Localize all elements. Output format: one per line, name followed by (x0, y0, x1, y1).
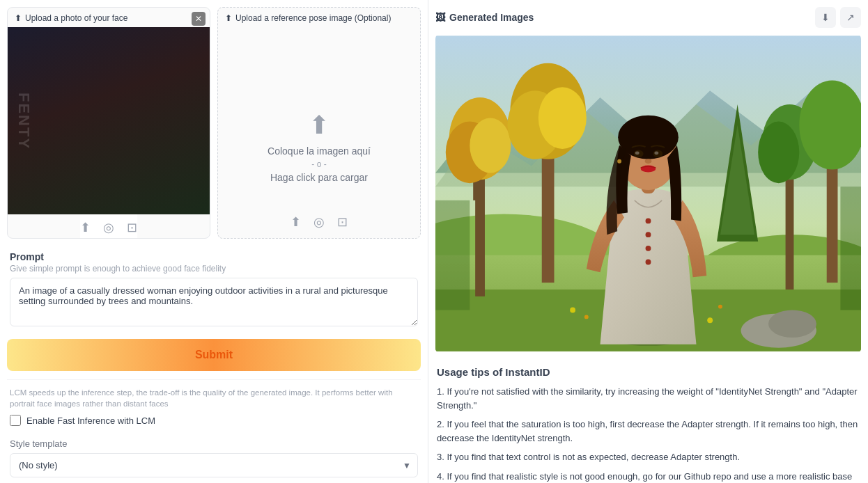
svg-point-35 (758, 122, 799, 184)
lcm-checkbox-row: Enable Fast Inference with LCM (10, 415, 418, 426)
pose-upload-arrow-icon: ⬆ (309, 111, 330, 140)
lcm-hint: LCM speeds up the inference step, the tr… (10, 387, 418, 409)
prompt-textarea[interactable] (10, 278, 418, 326)
prompt-hint: Give simple prompt is enough to achieve … (10, 264, 418, 274)
generated-title: 🖼 Generated Images (435, 12, 534, 23)
face-upload-label: Upload a photo of your face (25, 13, 127, 23)
svg-point-55 (570, 308, 575, 313)
lcm-checkbox[interactable] (10, 415, 21, 426)
pose-upload-label: Upload a reference pose image (Optional) (235, 13, 391, 23)
face-upload-copy-icon[interactable]: ⊡ (127, 220, 137, 235)
face-upload-target-icon[interactable]: ◎ (103, 220, 114, 235)
right-panel: 🖼 Generated Images ⬇ ↗ (428, 0, 868, 483)
prompt-label: Prompt (10, 251, 418, 262)
usage-tips-title: Usage tips of InstantID (437, 366, 860, 378)
face-upload-icons: ⬆ ◎ ⊡ (80, 214, 137, 238)
usage-tips: Usage tips of InstantID 1. If you're not… (435, 363, 861, 483)
upload-icon-small: ⬆ (15, 13, 22, 23)
pose-upload-upload-icon[interactable]: ⬆ (290, 214, 301, 230)
fenty-watermark: FENTY (15, 92, 33, 149)
svg-point-58 (718, 305, 722, 309)
left-panel: ⬆ Upload a photo of your face ✕ FENTY (0, 0, 428, 483)
style-section: Style template (No style)CinematicDisney… (7, 436, 421, 480)
svg-point-28 (470, 118, 511, 173)
svg-point-32 (538, 87, 587, 149)
svg-point-42 (646, 232, 651, 237)
svg-rect-62 (840, 187, 861, 310)
header-actions: ⬇ ↗ (815, 7, 861, 28)
face-upload-close-button[interactable]: ✕ (192, 12, 206, 26)
right-panel-header: 🖼 Generated Images ⬇ ↗ (435, 7, 861, 28)
face-upload-header: ⬆ Upload a photo of your face (15, 13, 127, 23)
svg-point-56 (584, 315, 589, 319)
svg-point-60 (768, 310, 816, 338)
svg-point-41 (646, 218, 651, 223)
generated-image-bg (435, 33, 861, 354)
download-button[interactable]: ⬇ (815, 7, 836, 28)
pose-upload-placeholder: ⬆ Coloque la imagen aquí - o - Haga clic… (268, 111, 371, 183)
usage-tip-3: 3. If you find that text control is not … (437, 450, 860, 464)
pose-upload-icon-sm: ⬆ (225, 13, 232, 23)
svg-point-54 (617, 159, 621, 164)
svg-point-44 (646, 260, 651, 265)
svg-rect-61 (435, 200, 470, 310)
pose-upload-icons: ⬆ ◎ ⊡ (218, 209, 420, 232)
generated-image-icon: 🖼 (435, 12, 445, 23)
style-select[interactable]: (No style)CinematicDisney CharacterDigit… (10, 453, 418, 477)
pose-upload-box[interactable]: ⬆ Upload a reference pose image (Optiona… (217, 7, 421, 239)
face-upload-upload-icon[interactable]: ⬆ (80, 220, 91, 235)
close-icon: ✕ (195, 14, 202, 24)
upload-row: ⬆ Upload a photo of your face ✕ FENTY (7, 7, 421, 239)
lcm-section: LCM speeds up the inference step, the tr… (7, 379, 421, 429)
share-button[interactable]: ↗ (840, 7, 861, 28)
svg-point-51 (654, 151, 658, 155)
prompt-section: Prompt Give simple prompt is enough to a… (7, 246, 421, 332)
generated-scene-svg (435, 33, 861, 354)
style-select-wrapper: (No style)CinematicDisney CharacterDigit… (10, 453, 418, 477)
pose-or-text: - o - (268, 159, 371, 169)
face-image-preview: FENTY (8, 27, 210, 214)
pose-upload-target-icon[interactable]: ◎ (313, 214, 325, 230)
pose-upload-copy-icon[interactable]: ⊡ (337, 214, 348, 230)
svg-point-50 (635, 151, 640, 155)
svg-point-52 (645, 159, 652, 164)
pose-drop-text: Coloque la imagen aquí (268, 145, 371, 157)
style-label: Style template (10, 438, 418, 449)
pose-click-text: Haga click para cargar (268, 172, 371, 183)
pose-upload-header: ⬆ Upload a reference pose image (Optiona… (225, 13, 391, 23)
usage-tip-4: 4. If you find that realistic style is n… (437, 470, 860, 484)
svg-point-57 (707, 317, 713, 323)
usage-tip-2: 2. If you feel that the saturation is to… (437, 418, 860, 445)
generated-title-text: Generated Images (449, 12, 534, 23)
submit-button[interactable]: Submit (7, 339, 421, 371)
svg-point-43 (646, 246, 651, 251)
usage-tip-1: 1. If you're not satisfied with the simi… (437, 385, 860, 412)
face-upload-box[interactable]: ⬆ Upload a photo of your face ✕ FENTY (7, 7, 210, 239)
generated-image-container (435, 33, 861, 354)
lcm-checkbox-label[interactable]: Enable Fast Inference with LCM (26, 415, 155, 426)
